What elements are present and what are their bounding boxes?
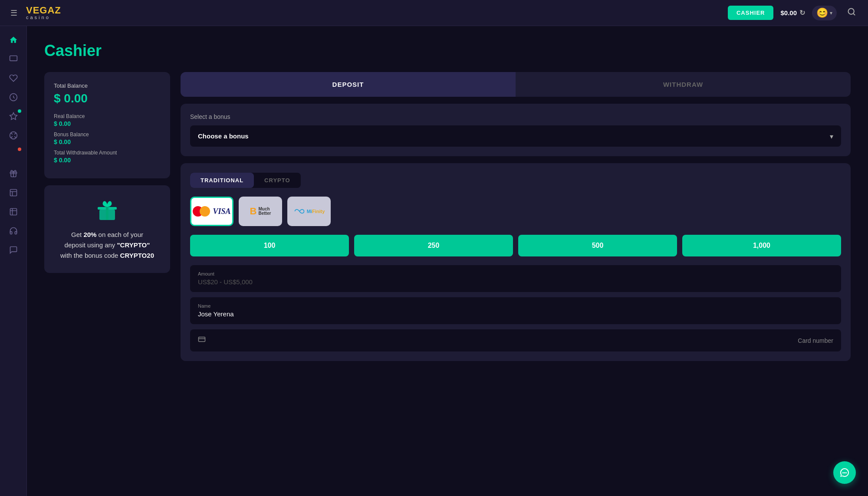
- card-number-input[interactable]: [210, 337, 793, 344]
- chevron-down-icon: ▾: [830, 10, 832, 16]
- sidebar-item-home[interactable]: [4, 31, 23, 49]
- sidebar-item-promotions[interactable]: [4, 108, 23, 125]
- chat-bubble-button[interactable]: [833, 461, 856, 484]
- sidebar-item-rewards[interactable]: [4, 165, 23, 182]
- right-panel: DEPOSIT WITHDRAW Select a bonus Choose a…: [181, 72, 851, 361]
- real-balance-value: $ 0.00: [54, 120, 161, 127]
- withdraw-tab[interactable]: WITHDRAW: [516, 72, 851, 97]
- cashier-layout: Total Balance $ 0.00 Real Balance $ 0.00…: [44, 72, 851, 361]
- left-panel: Total Balance $ 0.00 Real Balance $ 0.00…: [44, 72, 170, 273]
- bonus-balance-row: Bonus Balance $ 0.00: [54, 131, 161, 145]
- name-input[interactable]: [198, 310, 833, 318]
- balance-card: Total Balance $ 0.00 Real Balance $ 0.00…: [44, 72, 170, 178]
- svg-rect-2: [10, 56, 17, 61]
- hamburger-button[interactable]: ☰: [9, 7, 19, 20]
- bonus-select-wrapper[interactable]: Choose a bonus: [190, 125, 841, 147]
- cashier-button[interactable]: CASHIER: [728, 6, 774, 20]
- card-number-field[interactable]: Card number: [190, 329, 841, 351]
- amount-500[interactable]: 500: [518, 235, 677, 256]
- payment-methods: VISA B Much Better: [190, 197, 841, 226]
- deposit-withdraw-tabs: DEPOSIT WITHDRAW: [181, 72, 851, 97]
- user-avatar-menu[interactable]: 😊 ▾: [812, 6, 837, 20]
- svg-point-12: [844, 472, 845, 473]
- total-balance-value: $ 0.00: [54, 92, 161, 105]
- payment-method-mifinity[interactable]: MiFinity: [287, 197, 331, 226]
- sidebar: [0, 26, 27, 496]
- amount-100[interactable]: 100: [190, 235, 349, 256]
- svg-point-13: [845, 472, 847, 473]
- svg-point-11: [842, 472, 844, 473]
- logo: VEGAZ casino: [26, 6, 61, 20]
- bonus-balance-value: $ 0.00: [54, 138, 161, 145]
- payment-method-muchbetter[interactable]: B Much Better: [239, 197, 282, 226]
- amount-250[interactable]: 250: [354, 235, 513, 256]
- balance-display: $0.00 ↻: [780, 9, 805, 17]
- sidebar-item-chat[interactable]: [4, 241, 23, 259]
- svg-rect-9: [106, 207, 108, 220]
- refresh-button[interactable]: ↻: [799, 9, 805, 17]
- page-title: Cashier: [44, 42, 851, 60]
- topnav: ☰ VEGAZ casino CASHIER $0.00 ↻ 😊 ▾: [0, 0, 868, 26]
- sidebar-item-support[interactable]: [4, 222, 23, 240]
- withdrawable-value: $ 0.00: [54, 157, 161, 164]
- sidebar-item-history[interactable]: [4, 184, 23, 201]
- total-balance-label: Total Balance: [54, 82, 161, 89]
- withdrawable-label: Total Withdrawable Amount: [54, 150, 161, 156]
- sidebar-item-stats[interactable]: [4, 146, 23, 163]
- sidebar-item-sports[interactable]: [4, 127, 23, 144]
- logo-casino: casino: [26, 15, 61, 20]
- traditional-tab[interactable]: TRADITIONAL: [190, 173, 254, 188]
- real-balance-label: Real Balance: [54, 113, 161, 119]
- payment-section: TRADITIONAL CRYPTO VISA: [181, 163, 851, 361]
- svg-rect-6: [10, 190, 16, 196]
- name-label: Name: [198, 303, 833, 309]
- crypto-tab[interactable]: CRYPTO: [254, 173, 300, 188]
- real-balance-row: Real Balance $ 0.00: [54, 113, 161, 127]
- deposit-tab[interactable]: DEPOSIT: [181, 72, 516, 97]
- search-icon[interactable]: [844, 6, 859, 20]
- avatar-emoji: 😊: [816, 7, 828, 19]
- bonus-select[interactable]: Choose a bonus: [190, 125, 841, 147]
- amount-field[interactable]: Amount: [190, 265, 841, 292]
- bonus-section: Select a bonus Choose a bonus: [181, 104, 851, 156]
- logo-vegaz: VEGAZ: [26, 6, 61, 15]
- sidebar-item-live-casino[interactable]: [4, 69, 23, 87]
- sidebar-item-games[interactable]: [4, 89, 23, 106]
- amount-input[interactable]: [198, 278, 833, 286]
- promo-card: Get 20% on each of your deposit using an…: [44, 185, 170, 273]
- name-field[interactable]: Name: [190, 297, 841, 324]
- card-chip-icon: [198, 335, 206, 345]
- svg-rect-10: [199, 337, 205, 342]
- payment-type-tabs: TRADITIONAL CRYPTO: [190, 173, 301, 188]
- quick-amounts: 100 250 500 1,000: [190, 235, 841, 256]
- bonus-balance-label: Bonus Balance: [54, 131, 161, 138]
- main-content: Cashier Total Balance $ 0.00 Real Balanc…: [27, 26, 868, 496]
- payment-method-visa[interactable]: VISA: [190, 197, 233, 226]
- amount-1000[interactable]: 1,000: [682, 235, 841, 256]
- gift-icon: [94, 197, 120, 223]
- sidebar-item-virtual-sports[interactable]: [4, 203, 23, 220]
- sidebar-item-slots[interactable]: [4, 50, 23, 68]
- balance-value: $0.00: [780, 9, 797, 16]
- svg-line-1: [853, 13, 855, 15]
- promo-text: Get 20% on each of your deposit using an…: [54, 230, 161, 261]
- withdrawable-row: Total Withdrawable Amount $ 0.00: [54, 150, 161, 164]
- bonus-label: Select a bonus: [190, 113, 841, 120]
- card-number-label: Card number: [798, 337, 833, 344]
- amount-label: Amount: [198, 271, 833, 276]
